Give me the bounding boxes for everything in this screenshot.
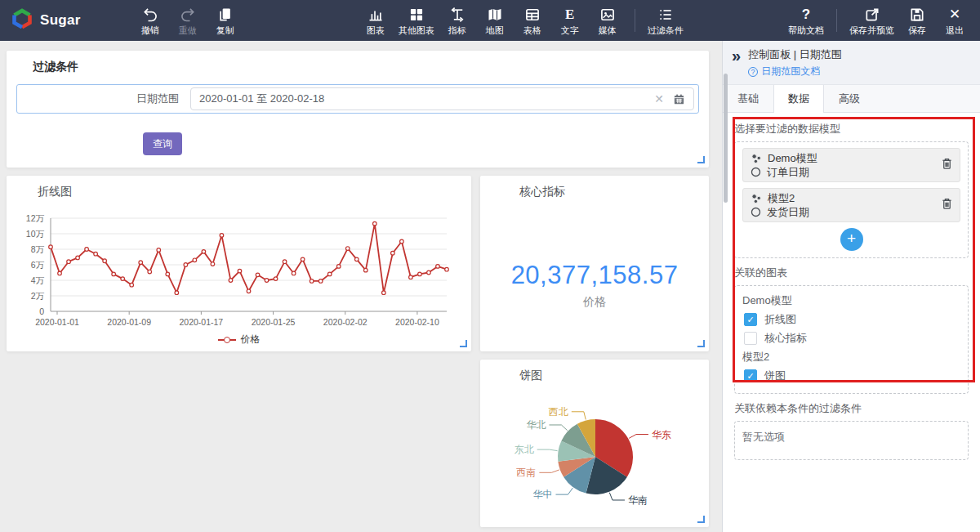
- trash-icon: [941, 197, 953, 210]
- svg-text:西北: 西北: [549, 406, 568, 418]
- doc-link[interactable]: ? 日期范围文档: [748, 65, 842, 78]
- help-docs-button[interactable]: ? 帮助文档: [784, 4, 828, 37]
- linked-chart-option[interactable]: ✓ 折线图: [744, 312, 960, 327]
- undo-button[interactable]: 撤销: [131, 4, 169, 37]
- text-icon: E: [565, 7, 574, 23]
- legend-label: 价格: [241, 333, 261, 346]
- toolbar-divider: [836, 9, 837, 32]
- undo-icon: [142, 7, 158, 23]
- svg-text:华北: 华北: [526, 419, 546, 431]
- panel-title: 控制面板 | 日期范围: [748, 47, 842, 63]
- tab-basic[interactable]: 基础: [723, 85, 773, 112]
- exit-button[interactable]: ✕ 退出: [936, 4, 973, 37]
- chart-group-label: 模型2: [742, 350, 960, 364]
- svg-text:4万: 4万: [31, 275, 45, 285]
- pie-chart: 华东华南华中西南东北华北西北: [480, 360, 709, 527]
- table-icon: [524, 7, 541, 23]
- sugar-logo-icon: [11, 8, 33, 33]
- linked-charts-list: Demo模型 ✓ 折线图 核心指标 模型2 ✓ 饼图: [734, 285, 969, 394]
- metric-widget[interactable]: 核心指标 20,377,158.57 价格: [480, 176, 709, 351]
- metric-label: 价格: [480, 295, 709, 310]
- dependent-filters-empty: 暂无选项: [734, 421, 969, 460]
- metric-title: 核心指标: [519, 185, 565, 199]
- date-field-icon: [751, 207, 761, 217]
- checkbox-icon[interactable]: [744, 332, 757, 345]
- line-chart-legend[interactable]: 价格: [7, 333, 471, 346]
- add-indicator-button[interactable]: 指标: [439, 4, 476, 37]
- external-link-icon: [864, 7, 880, 23]
- add-other-charts-button[interactable]: 其他图表: [394, 4, 439, 37]
- indicator-icon: [449, 7, 466, 23]
- checkbox-icon[interactable]: ✓: [744, 369, 757, 382]
- delete-model-button[interactable]: [941, 157, 953, 173]
- model-name: 模型2: [768, 191, 795, 205]
- clear-icon[interactable]: ✕: [654, 92, 664, 105]
- add-media-button[interactable]: 媒体: [589, 4, 626, 37]
- query-button[interactable]: 查询: [143, 132, 182, 155]
- add-text-button[interactable]: E 文字: [551, 4, 589, 37]
- bar-chart-icon: [368, 7, 384, 23]
- svg-text:华南: 华南: [628, 494, 648, 506]
- add-table-button[interactable]: 表格: [514, 4, 551, 37]
- model-field: 发货日期: [767, 205, 809, 219]
- svg-text:0: 0: [39, 306, 44, 316]
- save-button[interactable]: 保存: [898, 4, 936, 37]
- svg-text:2020-01-09: 2020-01-09: [107, 317, 151, 327]
- linked-chart-option[interactable]: ✓ 饼图: [744, 369, 960, 383]
- calendar-icon[interactable]: [673, 93, 685, 105]
- panel-header: » 控制面板 | 日期范围 ? 日期范围文档: [723, 41, 980, 85]
- dashboard-canvas: 过滤条件 日期范围 2020-01-01 至 2020-02-18 ✕ 查询 折…: [0, 41, 722, 532]
- add-filter-button[interactable]: 过滤条件: [644, 4, 688, 37]
- add-model-button[interactable]: +: [840, 228, 863, 251]
- media-icon: [599, 7, 616, 23]
- checkbox-icon[interactable]: ✓: [744, 313, 757, 326]
- brand: Sugar: [11, 8, 81, 33]
- add-map-button[interactable]: 地图: [476, 4, 514, 37]
- svg-text:10万: 10万: [26, 229, 45, 239]
- svg-text:12万: 12万: [26, 213, 45, 223]
- date-range-label: 日期范围: [17, 92, 190, 106]
- redo-icon: [180, 7, 196, 23]
- date-range-input[interactable]: 2020-01-01 至 2020-02-18 ✕: [190, 87, 694, 110]
- chart-group-label: Demo模型: [742, 293, 960, 308]
- grid-squares-icon: [408, 7, 425, 23]
- svg-text:8万: 8万: [31, 244, 45, 254]
- model-field: 订单日期: [767, 165, 809, 179]
- svg-text:2020-02-02: 2020-02-02: [323, 317, 368, 327]
- add-chart-button[interactable]: 图表: [357, 4, 394, 37]
- tab-advanced[interactable]: 高级: [824, 85, 875, 112]
- filter-widget[interactable]: 过滤条件 日期范围 2020-01-01 至 2020-02-18 ✕ 查询: [7, 51, 709, 168]
- brand-name: Sugar: [40, 12, 81, 29]
- edit-actions-group: 撤销 重做 复制: [131, 4, 244, 37]
- collapse-panel-icon[interactable]: »: [732, 47, 741, 78]
- svg-text:2万: 2万: [31, 291, 45, 301]
- date-range-filter-item[interactable]: 日期范围 2020-01-01 至 2020-02-18 ✕: [16, 84, 699, 114]
- resize-handle[interactable]: [697, 340, 705, 347]
- copy-button[interactable]: 复制: [207, 4, 244, 37]
- line-chart-widget[interactable]: 折线图 02万4万6万8万10万12万2020-01-012020-01-092…: [7, 176, 471, 351]
- dependent-filters-section-label: 关联依赖本条件的过滤条件: [734, 402, 969, 415]
- trash-icon: [941, 157, 953, 170]
- svg-text:2020-02-10: 2020-02-10: [395, 317, 439, 327]
- tab-data[interactable]: 数据: [773, 85, 824, 113]
- data-model-icon: [751, 193, 762, 204]
- model-item[interactable]: Demo模型 订单日期: [742, 148, 960, 182]
- metric-value: 20,377,158.57: [480, 261, 709, 290]
- svg-text:2020-01-01: 2020-01-01: [35, 317, 79, 327]
- panel-content: 选择要过滤的数据模型 Demo模型 订单日期: [723, 113, 980, 468]
- model-item[interactable]: 模型2 发货日期: [742, 188, 960, 222]
- delete-model-button[interactable]: [941, 197, 953, 213]
- panel-scrollbar[interactable]: [724, 74, 728, 203]
- pie-chart-widget[interactable]: 饼图 华东华南华中西南东北华北西北: [480, 360, 709, 527]
- svg-text:华东: 华东: [652, 429, 671, 440]
- model-list: Demo模型 订单日期 模型2: [734, 141, 969, 258]
- file-actions-group: ? 帮助文档 保存并预览 保存 ✕ 退出: [784, 4, 973, 37]
- line-chart: 02万4万6万8万10万12万2020-01-012020-01-092020-…: [7, 176, 471, 351]
- resize-handle[interactable]: [697, 516, 705, 523]
- resize-handle[interactable]: [460, 340, 467, 347]
- redo-button[interactable]: 重做: [169, 4, 207, 37]
- question-mark-icon: ?: [802, 7, 810, 23]
- linked-chart-option[interactable]: 核心指标: [744, 331, 960, 346]
- save-preview-button[interactable]: 保存并预览: [845, 4, 898, 37]
- resize-handle[interactable]: [697, 156, 705, 163]
